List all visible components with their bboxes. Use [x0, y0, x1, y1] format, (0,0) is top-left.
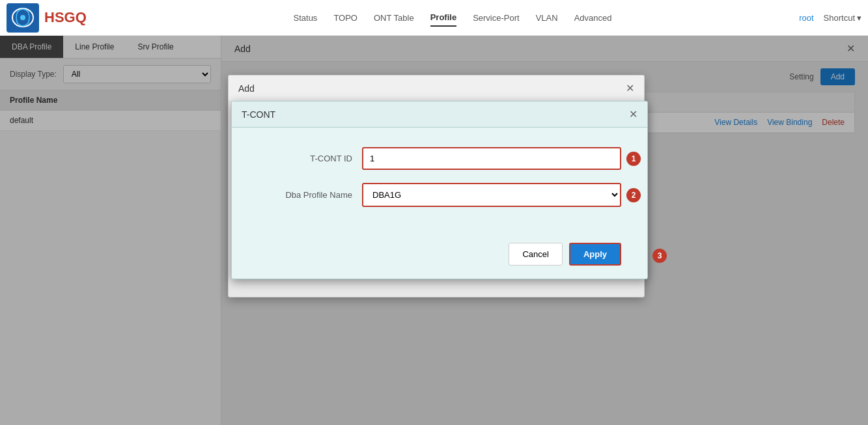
inner-dialog-close-button[interactable]: ✕	[629, 108, 637, 120]
step-3-badge: 3	[652, 249, 667, 263]
nav-profile[interactable]: Profile	[430, 9, 456, 27]
user-label: root	[799, 13, 813, 23]
nav-topo[interactable]: TOPO	[333, 10, 357, 26]
nav-menu: Status TOPO ONT Table Profile Service-Po…	[106, 9, 799, 27]
chevron-down-icon: ▾	[857, 13, 861, 23]
nav-service-port[interactable]: Service-Port	[473, 10, 520, 26]
tcont-id-input[interactable]	[362, 147, 621, 170]
navbar: HSGQ Status TOPO ONT Table Profile Servi…	[0, 0, 868, 36]
inner-dialog-footer: Cancel Apply 3	[232, 233, 647, 279]
logo-text: HSGQ	[44, 9, 87, 26]
shortcut-menu[interactable]: Shortcut ▾	[824, 13, 861, 23]
main-area: DBA Profile Line Profile Srv Profile Dis…	[0, 36, 868, 425]
inner-dialog-header: T-CONT ✕	[232, 102, 647, 128]
dba-profile-name-label: Dba Profile Name	[258, 190, 362, 200]
dba-profile-name-row: Dba Profile Name DBA1G 2	[258, 183, 621, 207]
tcont-id-row: T-CONT ID 1	[258, 147, 621, 170]
outer-dialog-close-button[interactable]: ✕	[626, 82, 634, 94]
nav-ont-table[interactable]: ONT Table	[374, 10, 414, 26]
outer-dialog-header: Add ✕	[229, 75, 644, 102]
inner-dialog-title: T-CONT	[242, 109, 275, 120]
outer-dialog-title: Add	[238, 83, 255, 94]
shortcut-label: Shortcut	[824, 13, 855, 23]
navbar-right: root Shortcut ▾	[799, 13, 861, 23]
step-1-badge: 1	[626, 152, 641, 166]
logo: HSGQ	[7, 3, 87, 33]
inner-dialog-body: T-CONT ID 1 Dba Profile Name DBA1G 2	[232, 128, 647, 233]
logo-icon	[7, 3, 39, 33]
nav-status[interactable]: Status	[294, 10, 318, 26]
apply-button[interactable]: Apply	[569, 243, 621, 266]
svg-point-1	[20, 15, 25, 20]
nav-advanced[interactable]: Advanced	[574, 10, 612, 26]
step-2-badge: 2	[626, 188, 641, 202]
tcont-id-label: T-CONT ID	[258, 154, 362, 163]
dba-profile-name-select[interactable]: DBA1G	[362, 183, 621, 207]
nav-vlan[interactable]: VLAN	[536, 10, 558, 26]
cancel-button[interactable]: Cancel	[509, 243, 562, 266]
inner-tcont-dialog: T-CONT ✕ T-CONT ID 1 Dba Profile Name DB…	[231, 101, 648, 279]
